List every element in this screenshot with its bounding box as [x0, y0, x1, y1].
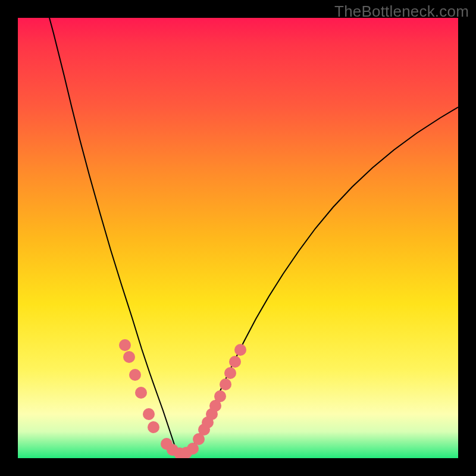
- beads-group-right: [187, 344, 246, 455]
- bead-marker: [119, 339, 131, 351]
- bead-marker: [129, 369, 141, 381]
- chart-overlay: [18, 18, 458, 458]
- bead-marker: [220, 378, 231, 390]
- bead-marker: [123, 351, 135, 363]
- bead-marker: [148, 421, 159, 433]
- bead-marker: [214, 390, 226, 402]
- chart-frame: TheBottleneck.com: [0, 0, 476, 476]
- bottleneck-curve: [49, 18, 458, 453]
- bead-marker: [234, 344, 246, 356]
- beads-group-left: [119, 339, 192, 458]
- bead-marker: [135, 387, 147, 399]
- bead-marker: [229, 356, 241, 368]
- plot-area: [18, 18, 458, 458]
- watermark-text: TheBottleneck.com: [334, 2, 469, 21]
- bead-marker: [143, 408, 155, 420]
- bead-marker: [224, 367, 236, 379]
